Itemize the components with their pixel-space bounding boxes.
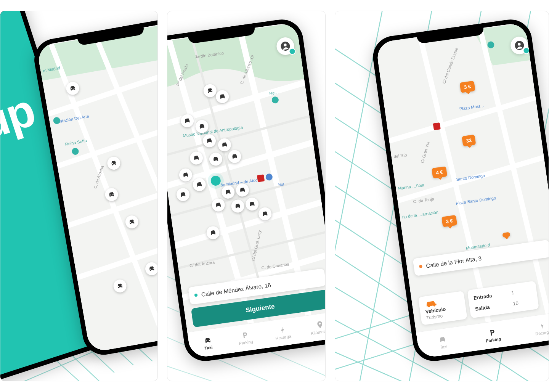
charging-icon <box>278 325 287 335</box>
parking-icon <box>240 330 250 340</box>
charging-icon <box>538 321 547 330</box>
nav-recarga[interactable]: Recarga <box>262 317 303 348</box>
metro-icon <box>257 174 265 182</box>
phone-taxi-map: Jardín Botánico Pº del Prado C. de Alfon… <box>167 17 326 364</box>
nav-km[interactable]: Kilómetros <box>300 312 326 343</box>
screenshot-panel-2: Jardín Botánico Pº del Prado C. de Alfon… <box>167 11 326 381</box>
parking-price-pin[interactable]: 32 <box>462 135 476 147</box>
address-text: Calle de la Flor Alta, 3 <box>425 255 482 269</box>
parking-price-pin[interactable]: 3 € <box>441 215 457 227</box>
parking-price-pin[interactable]: 3 € <box>459 81 475 93</box>
nav-taxi[interactable]: Taxi <box>187 327 228 358</box>
poi-mu: Mu <box>278 182 284 187</box>
car-icon <box>203 336 212 345</box>
parking-price-pin[interactable]: 4 € <box>432 166 447 178</box>
parking-icon <box>488 328 497 337</box>
brand-logo: up <box>0 84 40 150</box>
destination-dot-icon <box>419 265 422 268</box>
car-icon <box>438 335 447 344</box>
screenshot-panel-1: up Estación Del Ar <box>0 11 158 381</box>
location-icon <box>315 320 324 329</box>
screenshots-gallery: up Estación Del Ar <box>0 0 549 392</box>
screenshot-panel-3: C/ del Conde Duque Plaza Most… C/ Gran V… <box>335 11 549 381</box>
metro-icon <box>433 122 441 130</box>
origin-dot-icon <box>194 294 198 297</box>
nav-parking[interactable]: Parking <box>225 322 266 353</box>
